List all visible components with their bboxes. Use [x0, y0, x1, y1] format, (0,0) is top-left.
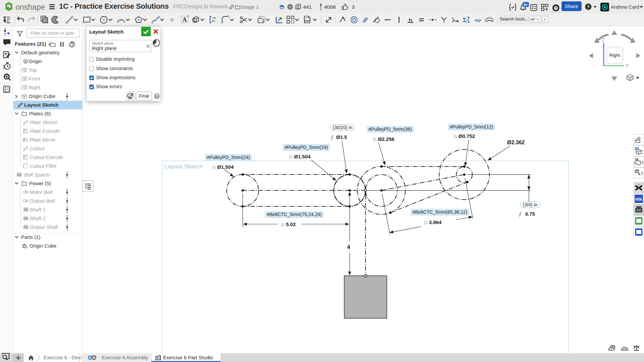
svg-text:x: x: [638, 171, 641, 176]
svg-text:MK: MK: [635, 197, 643, 202]
svg-text:Y: Y: [626, 63, 629, 68]
